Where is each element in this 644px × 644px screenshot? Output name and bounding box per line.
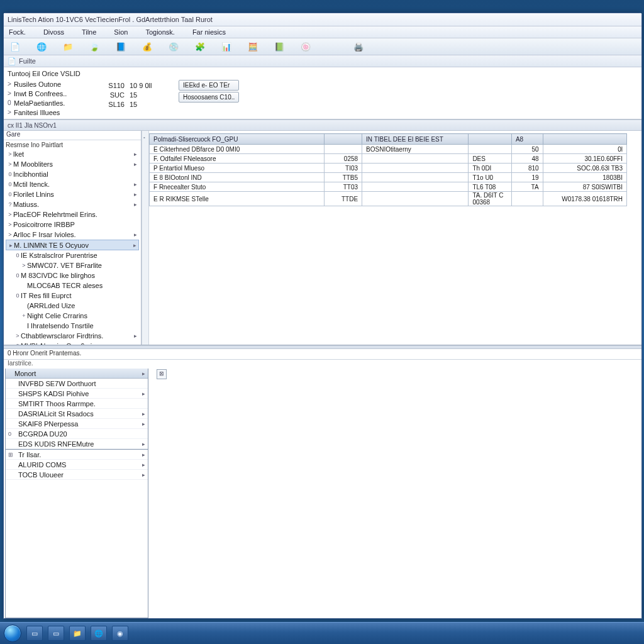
upper-tree-header: Tuntooj Eil Orice VSLID [8,70,96,77]
lower-nav-item[interactable]: SHSPS KADSI Piohive▸ [6,389,148,399]
lower-nav-item[interactable]: SKAIF8 PNerpessa▸ [6,419,148,429]
nav-label: Gare [4,131,141,140]
toolbar-icon[interactable]: 📗 [273,40,286,53]
toolbar-icon[interactable]: 🌐 [35,40,48,53]
app-window: LinisTech Ation 10-1VC6 VecTiecienFrol .… [3,13,642,619]
subbar-label: Fuilte [19,57,36,65]
nav-subitem[interactable]: I Ihratelsendo Tnsrtile [6,321,139,331]
content-area: Polmadi-Slisercuock FO_GPUIN TIBEL DEE E… [149,131,641,345]
start-orb[interactable] [4,625,21,642]
column-header[interactable] [543,134,626,145]
tree-row[interactable]: 0MelaPaetiantles. [8,98,96,108]
action-button[interactable]: Hosoosaens C10.. [179,92,239,103]
tree-row[interactable]: >Rusiles Outone [8,79,96,89]
lower-nav-item[interactable]: ⊞Tr Ilsar.▸ [6,449,148,460]
table-row[interactable]: F Rnecealter StutoTT03TL6 T08TA87 S0ISWI… [150,182,627,192]
toolbar: 📄 🌐 📁 🍃 📘 💰 💿 🧩 📊 🧮 📗 🍥 🖨️ [4,38,641,55]
toolbar-icon[interactable] [326,40,338,53]
titlebar: LinisTech Ation 10-1VC6 VecTiecienFrol .… [4,13,641,26]
table-row[interactable]: F. Odfaifel FNeleasore0258DES4830.1E0.60… [150,154,627,164]
lower-nav-item[interactable]: INVFBD SE7W Dorthuort [6,379,148,389]
lower-nav-item[interactable]: DASRIALicit St Rsadocs▸ [6,409,148,419]
nav-item[interactable]: 0Incibhontial [6,169,139,179]
tree-row[interactable]: >Fanitesi Illuees [8,108,96,117]
lower-nav-item[interactable]: ALURID COMS▸ [6,460,148,470]
toolbar-icon[interactable]: 🧩 [194,40,206,53]
tree-row[interactable]: >Inwt B Confrees.. [8,89,96,98]
lower-panel: 0 Hronr Onerit Prantemas. Iarstrilce. Mo… [4,349,641,618]
toolbar-icon[interactable]: 🧮 [247,40,259,53]
upper-panel: Tuntooj Eil Orice VSLID >Rusiles Outone … [4,67,641,119]
nav-subitem[interactable]: 0MVBI Alonnirs Crgc6rsin [6,341,139,345]
upper-tree: Tuntooj Eil Orice VSLID >Rusiles Outone … [4,67,99,119]
nav-subitem[interactable]: 0IE Kstralsclror Purentrise [6,250,139,260]
lower-nav-item[interactable]: SMTIRT Thoos Rarrmpe. [6,399,148,409]
section-bar: cx II1 Jla NSOrv1 [4,119,641,131]
toolbar-icon[interactable]: 📊 [220,40,233,53]
toolbar-icon[interactable]: 🍥 [299,40,312,53]
nav-subitem[interactable]: (ARRLded Uize [6,301,139,311]
table-row[interactable]: E 8 BIOotonl INDTTB5T1o U0191803BI [150,173,627,182]
toolbar-icon[interactable]: 🖨️ [352,40,365,53]
nav-subitem[interactable]: >Cthabtlewrsclaror Firdtrins.▸ [6,331,139,341]
column-header[interactable]: A8 [511,134,543,145]
data-grid: Polmadi-Slisercuock FO_GPUIN TIBEL DEE E… [149,133,627,206]
table-row[interactable]: P Entartiol MluesoTI03Th 0DI810SOC.08.63… [150,164,627,173]
lower-nav-item[interactable]: EDS KUDIS RNFEMutre▸ [6,439,148,449]
nav-item[interactable]: 0Mctil Itenck.▸ [6,179,139,189]
taskbar-button[interactable]: ◉ [112,626,128,641]
toolbar-icon[interactable]: 📘 [114,40,127,53]
taskbar-button[interactable]: 📁 [69,626,86,641]
nav-item[interactable]: >M Moobliters▸ [6,159,139,169]
lower-nav-item[interactable]: TOCB Uloueer▸ [6,470,148,480]
nav-item[interactable]: >lket▸ [6,149,139,159]
taskbar-button[interactable]: ▭ [26,626,43,641]
menubar: Fock. Divoss Tilne Sion Togionsk. Far ni… [4,26,641,38]
close-panel-button[interactable]: ⊠ [157,369,167,379]
column-header[interactable]: IN TIBEL DEE El BEIE EST [362,134,469,145]
nav-item[interactable]: 0Florilet Llnins▸ [6,189,139,199]
nav-subitem[interactable]: MLOC6AB TECR aleses [6,280,139,291]
taskbar: ▭ ▭ 📁 🌐 ◉ [0,622,644,644]
lower-nav-head[interactable]: Monort▸ [6,369,148,379]
toolbar-icon[interactable]: 🍃 [88,40,101,53]
menu-item[interactable]: Far niesics [192,28,226,36]
navigator: Gare Resrnse Ino Pairtlart >lket▸>M Moob… [4,131,142,345]
toolbar-icon[interactable]: 💰 [141,40,153,53]
menu-item[interactable]: Tilne [82,28,96,36]
menu-item[interactable]: Togionsk. [145,28,174,36]
nav-subitem[interactable]: 0IT Res fill Euprct [6,291,139,301]
nav-group-header: Resrnse Ino Pairtlart [6,141,139,149]
taskbar-button[interactable]: ▭ [48,626,64,641]
upper-values: S11010 9 0ll SUC15 SL1615 [99,67,175,119]
toolbar-icon[interactable]: 💿 [167,40,180,53]
toolbar-icon[interactable]: 📁 [62,40,74,53]
mid-panel: Gare Resrnse Ino Pairtlart >lket▸>M Moob… [4,131,641,345]
nav-item[interactable]: ?Matiuss.▸ [6,199,139,209]
action-button[interactable]: IEEkd e- EO TEr [179,80,239,91]
column-header[interactable] [325,134,362,145]
splitter[interactable] [142,131,149,345]
toolbar-icon[interactable]: 📄 [9,40,21,53]
menu-item[interactable]: Divoss [43,28,64,36]
lower-header: 0 Hronr Onerit Prantemas. [4,349,641,360]
app-title: LinisTech Ation 10-1VC6 VecTiecienFrol .… [8,16,213,23]
taskbar-button[interactable]: 🌐 [91,626,107,641]
menu-item[interactable]: Fock. [9,28,26,36]
menu-item[interactable]: Sion [114,28,128,36]
lower-nav-item[interactable]: 0BCGRDA DU20 [6,429,148,439]
nav-subitem[interactable]: +Night Celie Crrarins [6,311,139,321]
nav-item[interactable]: >Posicoitrorre IRBBP [6,219,139,230]
column-header[interactable]: Polmadi-Slisercuock FO_GPU [150,134,325,145]
lower-nav: Monort▸ INVFBD SE7W DorthuortSHSPS KADSI… [5,369,148,618]
column-header[interactable] [469,134,512,145]
upper-buttons: IEEkd e- EO TEr Hosoosaens C10.. [175,67,243,119]
table-row[interactable]: E Cikterhned DBfarce D0 0MI0BOSNIOtitaer… [150,145,627,154]
nav-subitem[interactable]: >SMWC07. VET BFrarlite [6,260,139,270]
nav-subitem[interactable]: 0M 83CIVDC Ike blirghos [6,270,139,280]
table-row[interactable]: E R RIKMSE STelleTTDETA. D6IT C 00368W01… [150,192,627,206]
nav-item[interactable]: >PlacEOF Relehrtmeil Erins. [6,209,139,219]
nav-item-selected[interactable]: ▸M. LINMNt TE 5 Ocyuov▸ [6,240,139,250]
sub-toolbar: 📄Fuilte [4,55,641,67]
nav-item[interactable]: >Arlloc F Irsar Ivioles.▸ [6,230,139,240]
